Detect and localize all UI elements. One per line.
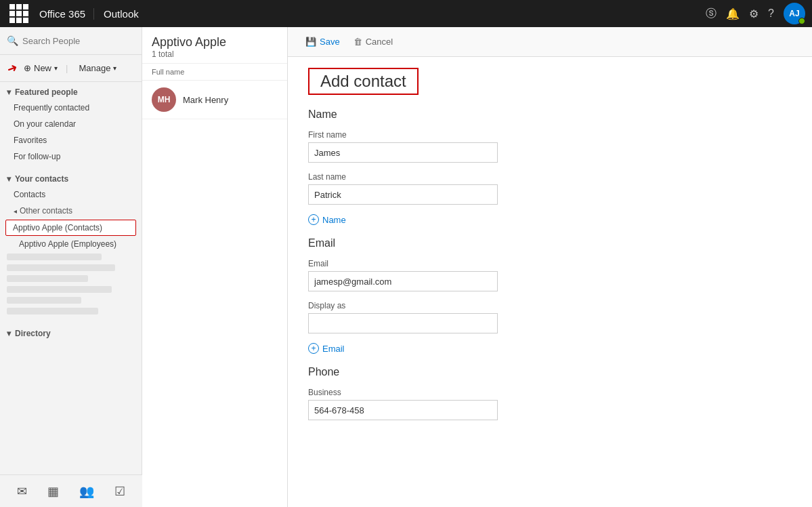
blurred-item-4	[7, 286, 112, 293]
form-title: Add contact	[308, 68, 419, 95]
total-count: 1 total	[152, 49, 278, 59]
display-as-input[interactable]	[308, 313, 498, 333]
navbar-right: ⓢ 🔔 ⚙ ? AJ	[706, 3, 805, 24]
directory-header[interactable]: ▾ Directory	[0, 323, 142, 341]
email-section-label: Email	[308, 237, 792, 249]
folder-title: Apptivo Apple	[152, 35, 278, 49]
new-button[interactable]: ⊕ New ▾	[20, 60, 62, 76]
add-name-link[interactable]: + Name	[308, 214, 792, 225]
user-avatar[interactable]: AJ	[784, 3, 805, 24]
manage-chevron-icon: ▾	[113, 64, 116, 72]
contact-list: MH Mark Henry	[142, 81, 287, 507]
sidebar-item-for-follow-up[interactable]: For follow-up	[0, 148, 142, 165]
contact-list-panel: Apptivo Apple 1 total Full name MH Mark …	[142, 27, 288, 507]
manage-button[interactable]: Manage ▾	[74, 60, 121, 76]
blurred-item-1	[7, 254, 102, 260]
search-icon: 🔍	[7, 35, 18, 46]
other-contacts-arrow-icon: ◂	[14, 207, 17, 215]
skype-icon[interactable]: ⓢ	[706, 7, 717, 21]
people-icon[interactable]: 👥	[79, 484, 94, 499]
office365-label[interactable]: Office 365	[31, 8, 94, 20]
business-phone-group: Business	[308, 388, 792, 420]
sidebar: 🔍 ➜ ⊕ New ▾ | Manage ▾ ▾ Featured people…	[0, 27, 142, 507]
blurred-item-5	[7, 297, 81, 304]
tasks-icon[interactable]: ☑	[114, 484, 125, 499]
blurred-item-2	[7, 264, 115, 271]
sidebar-item-favorites[interactable]: Favorites	[0, 132, 142, 148]
first-name-label: First name	[308, 130, 792, 140]
contact-name: Mark Henry	[183, 95, 228, 105]
bottom-nav: ✉ ▦ 👥 ☑	[0, 474, 142, 507]
business-phone-label: Business	[308, 388, 792, 397]
contact-avatar: MH	[152, 87, 176, 112]
featured-people-header[interactable]: ▾ Featured people	[0, 82, 142, 100]
contact-item[interactable]: MH Mark Henry	[142, 81, 287, 119]
blurred-item-6	[7, 308, 98, 315]
save-button[interactable]: 💾 Save	[301, 34, 344, 49]
add-email-link[interactable]: + Email	[308, 343, 792, 354]
blurred-item-3	[7, 275, 88, 282]
business-phone-input[interactable]	[308, 400, 498, 420]
sidebar-item-apptivo-contacts[interactable]: Apptivo Apple (Contacts)	[5, 220, 136, 236]
your-contacts-header[interactable]: ▾ Your contacts	[0, 169, 142, 186]
bell-icon[interactable]: 🔔	[726, 7, 740, 20]
sidebar-toolbar: ➜ ⊕ New ▾ | Manage ▾	[0, 55, 142, 82]
navbar: Office 365 Outlook ⓢ 🔔 ⚙ ? AJ	[0, 0, 812, 27]
sidebar-item-apptivo-employees[interactable]: Apptivo Apple (Employees)	[0, 237, 142, 251]
calendar-icon[interactable]: ▦	[47, 484, 59, 499]
save-icon: 💾	[305, 37, 316, 47]
email-input[interactable]	[308, 271, 498, 291]
outlook-label: Outlook	[94, 8, 148, 20]
sidebar-item-on-your-calendar[interactable]: On your calendar	[0, 116, 142, 132]
search-input[interactable]	[22, 36, 136, 46]
search-bar: 🔍	[0, 27, 142, 55]
content-header: Apptivo Apple 1 total	[142, 27, 287, 64]
form-body: Add contact Name First name Last name + …	[288, 57, 812, 507]
form-toolbar: 💾 Save 🗑 Cancel	[288, 27, 812, 57]
phone-section-label: Phone	[308, 366, 792, 378]
help-icon[interactable]: ?	[768, 7, 774, 20]
add-name-plus-icon: +	[308, 214, 319, 225]
arrow-icon: ➜	[5, 60, 20, 77]
display-as-label: Display as	[308, 301, 792, 310]
chevron-down-icon: ▾	[54, 64, 58, 72]
last-name-input[interactable]	[308, 184, 498, 205]
add-email-plus-icon: +	[308, 343, 319, 354]
mail-icon[interactable]: ✉	[17, 484, 27, 499]
your-contacts-collapse-icon: ▾	[7, 174, 11, 184]
sidebar-item-contacts[interactable]: Contacts	[0, 186, 142, 203]
sidebar-item-frequently-contacted[interactable]: Frequently contacted	[0, 100, 142, 116]
last-name-label: Last name	[308, 172, 792, 182]
add-contact-panel: 💾 Save 🗑 Cancel Add contact Name First n…	[288, 27, 812, 507]
last-name-group: Last name	[308, 172, 792, 205]
column-header: Full name	[142, 64, 287, 81]
email-group: Email	[308, 259, 792, 291]
featured-collapse-icon: ▾	[7, 87, 11, 97]
other-contacts-header[interactable]: ◂ Other contacts	[0, 203, 142, 219]
first-name-input[interactable]	[308, 142, 498, 163]
settings-icon[interactable]: ⚙	[749, 7, 758, 20]
first-name-group: First name	[308, 130, 792, 163]
cancel-icon: 🗑	[354, 37, 362, 47]
plus-icon: ⊕	[24, 63, 31, 73]
cancel-button[interactable]: 🗑 Cancel	[349, 34, 397, 49]
directory-collapse-icon: ▾	[7, 329, 11, 338]
email-label: Email	[308, 259, 792, 268]
name-section-label: Name	[308, 108, 792, 121]
app-grid-icon[interactable]	[7, 1, 31, 26]
main-layout: 🔍 ➜ ⊕ New ▾ | Manage ▾ ▾ Featured people…	[0, 27, 812, 507]
display-as-group: Display as	[308, 301, 792, 333]
